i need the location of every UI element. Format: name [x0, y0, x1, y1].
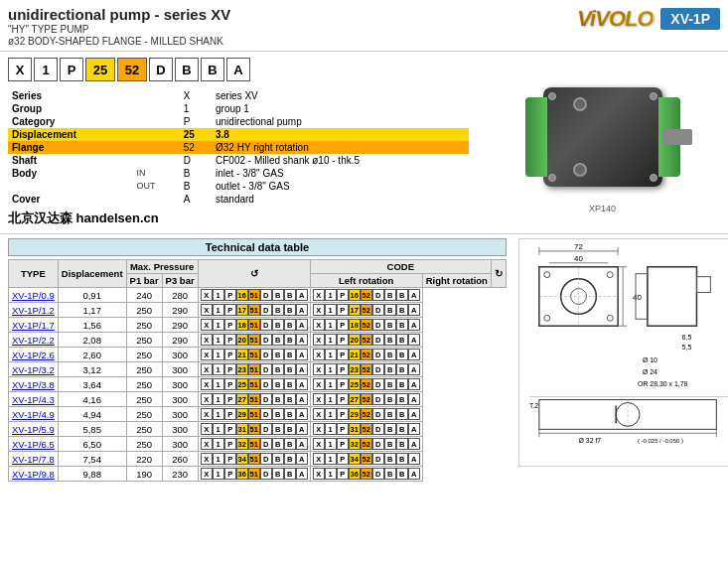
- code-cell-char: 1: [325, 408, 337, 420]
- row-p3: 290: [162, 333, 198, 348]
- col-rotation-icon-left: ↺: [198, 260, 310, 288]
- row-p3: 300: [162, 362, 198, 377]
- data-section: Technical data table TYPE Displacement M…: [0, 234, 514, 486]
- code-cell-char: 1: [325, 468, 337, 480]
- row-type[interactable]: XV-1P/1.2: [9, 303, 59, 318]
- header-left: unidirectional pump - series XV "HY" TYP…: [8, 6, 230, 47]
- table-row: XV-1P/2.6 2,60 250 300 X1P2151DBBA X1P21…: [9, 348, 507, 362]
- code-cell-char: X: [201, 363, 213, 375]
- code-cell-char: 29: [236, 408, 248, 420]
- code-cell-char: B: [396, 349, 408, 360]
- row-left-code: X1P3151DBBA: [198, 422, 310, 437]
- row-p3: 300: [162, 407, 198, 422]
- code-cell-char: 52: [361, 349, 372, 360]
- table-row: XV-1P/1.7 1,56 250 290 X1P1851DBBA X1P18…: [9, 318, 507, 333]
- spec-row-shaft: Shaft D CF002 - Milled shank ø10 - thk.5: [8, 154, 469, 167]
- code-cell-char: D: [260, 378, 272, 390]
- row-type[interactable]: XV-1P/9.8: [9, 467, 59, 482]
- code-cell-char: A: [296, 438, 308, 450]
- code-cell-char: X: [201, 468, 213, 480]
- row-right-code: X1P2052DBBA: [310, 333, 422, 348]
- code-cell-char: 52: [361, 393, 372, 405]
- code-cell-char: 17: [236, 304, 248, 316]
- row-type[interactable]: XV-1P/4.9: [9, 407, 59, 422]
- row-type[interactable]: XV-1P/3.2: [9, 362, 59, 377]
- code-cell-char: A: [408, 289, 420, 301]
- code-cell-char: X: [313, 423, 325, 435]
- code-cell-char: B: [384, 468, 396, 480]
- vivolo-logo: ViVOLO: [577, 6, 653, 32]
- code-cell-char: 27: [236, 393, 248, 405]
- row-type[interactable]: XV-1P/3.8: [9, 377, 59, 392]
- code-cell-char: P: [337, 319, 349, 331]
- code-cell-char: B: [384, 438, 396, 450]
- row-type[interactable]: XV-1P/6.5: [9, 437, 59, 452]
- code-box-b1: B: [175, 58, 199, 81]
- row-type[interactable]: XV-1P/0.9: [9, 288, 59, 303]
- code-cell-char: 1: [213, 378, 224, 390]
- code-cell-char: A: [296, 468, 308, 480]
- spec-row-displacement: Displacement 25 3.8: [8, 128, 469, 141]
- code-cell-char: B: [272, 334, 284, 346]
- code-cell-char: D: [260, 423, 272, 435]
- row-p1: 250: [126, 318, 162, 333]
- code-cell-char: D: [260, 349, 272, 360]
- spec-row-series: Series X series XV: [8, 89, 469, 102]
- row-right-code: X1P2352DBBA: [310, 362, 422, 377]
- row-type[interactable]: XV-1P/4.3: [9, 392, 59, 407]
- row-p3: 300: [162, 437, 198, 452]
- code-cell-char: 34: [236, 453, 248, 465]
- code-cell-char: 1: [213, 468, 224, 480]
- code-cell-char: 51: [248, 363, 260, 375]
- code-cell-char: 18: [236, 319, 248, 331]
- code-cell-char: B: [396, 334, 408, 346]
- row-left-code: X1P2951DBBA: [198, 407, 310, 422]
- row-type[interactable]: XV-1P/7.8: [9, 452, 59, 467]
- code-cell-char: 1: [213, 438, 224, 450]
- code-cell-char: P: [224, 334, 236, 346]
- code-cell-char: B: [272, 468, 284, 480]
- code-cell-char: D: [260, 289, 272, 301]
- code-cell-char: D: [372, 408, 384, 420]
- code-cell-char: X: [313, 363, 325, 375]
- row-disp: 7,54: [58, 452, 126, 467]
- code-cell-char: P: [337, 468, 349, 480]
- top-section: X 1 P 25 52 D B B A Series X series XV G…: [0, 52, 728, 234]
- row-right-code: X1P2752DBBA: [310, 392, 422, 407]
- code-cell-char: A: [296, 453, 308, 465]
- row-type[interactable]: XV-1P/2.2: [9, 333, 59, 348]
- code-cell-char: 52: [361, 423, 372, 435]
- code-cell-char: 31: [236, 423, 248, 435]
- code-cell-char: B: [272, 438, 284, 450]
- code-cell-char: D: [372, 468, 384, 480]
- row-type[interactable]: XV-1P/5.9: [9, 422, 59, 437]
- code-cell-char: 1: [213, 363, 224, 375]
- code-cell-char: P: [224, 408, 236, 420]
- code-cell-char: A: [296, 304, 308, 316]
- code-cell-char: P: [224, 438, 236, 450]
- code-cell-char: 16: [236, 289, 248, 301]
- code-cell-char: P: [224, 349, 236, 360]
- svg-text:40: 40: [633, 293, 642, 302]
- code-cell-char: B: [284, 304, 296, 316]
- row-type[interactable]: XV-1P/1.7: [9, 318, 59, 333]
- spec-row-body-out: OUT B outlet - 3/8" GAS: [8, 180, 469, 193]
- col-p1: P1 bar: [126, 274, 162, 288]
- watermark: 北京汉达森 handelsen.cn: [8, 210, 469, 227]
- row-type[interactable]: XV-1P/2.6: [9, 348, 59, 362]
- code-cell-char: 20: [236, 334, 248, 346]
- row-left-code: X1P3251DBBA: [198, 437, 310, 452]
- code-cell-char: P: [224, 363, 236, 375]
- svg-text:T.2: T.2: [529, 403, 538, 410]
- svg-text:72: 72: [574, 242, 583, 251]
- code-cell-char: D: [260, 319, 272, 331]
- code-cell-char: B: [384, 363, 396, 375]
- code-cell-char: P: [224, 304, 236, 316]
- code-box-1: 1: [34, 58, 58, 81]
- spec-row-group: Group 1 group 1: [8, 102, 469, 115]
- code-cell-char: D: [260, 408, 272, 420]
- code-cell-char: 52: [361, 453, 372, 465]
- code-cell-char: 51: [248, 408, 260, 420]
- code-cell-char: A: [296, 378, 308, 390]
- col-type: TYPE: [9, 260, 59, 288]
